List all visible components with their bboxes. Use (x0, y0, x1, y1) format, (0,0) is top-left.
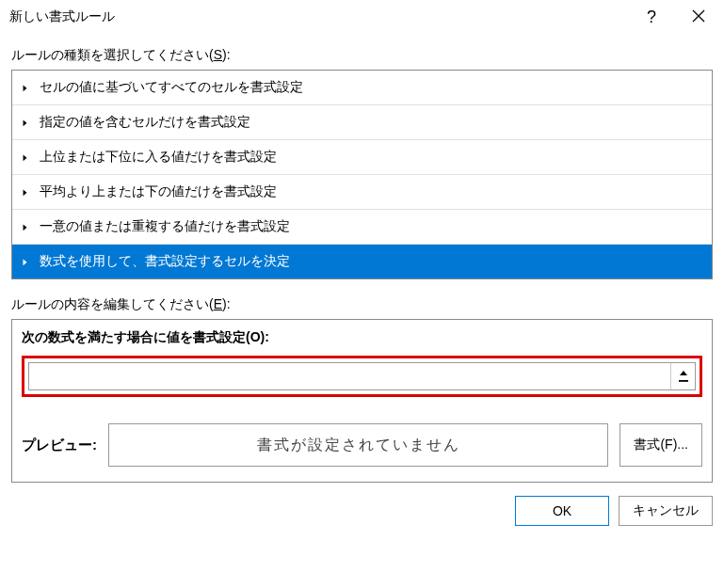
help-button[interactable]: ? (637, 4, 666, 31)
rule-type-item-label: セルの値に基づいてすべてのセルを書式設定 (40, 79, 303, 96)
rule-type-item-cell-value[interactable]: ► セルの値に基づいてすべてのセルを書式設定 (12, 71, 712, 105)
marker-icon: ► (22, 82, 28, 93)
rule-type-list: ► セルの値に基づいてすべてのセルを書式設定 ► 指定の値を含むセルだけを書式設… (11, 70, 713, 279)
rule-type-item-label: 平均より上または下の値だけを書式設定 (40, 183, 277, 200)
rule-type-item-unique-duplicate[interactable]: ► 一意の値または重複する値だけを書式設定 (12, 210, 712, 245)
formula-row-highlight (22, 356, 702, 397)
rule-type-item-label: 上位または下位に入る値だけを書式設定 (40, 149, 277, 166)
dialog-title: 新しい書式ルール (9, 8, 115, 25)
rule-type-item-average[interactable]: ► 平均より上または下の値だけを書式設定 (12, 175, 712, 210)
edit-section-label: ルールの内容を編集してください(E): (11, 296, 713, 313)
preview-box: 書式が設定されていません (108, 423, 608, 467)
formula-input[interactable] (29, 363, 670, 389)
titlebar: 新しい書式ルール ? (0, 0, 724, 34)
edit-section-label-prefix: ルールの内容を編集してください( (11, 296, 214, 311)
formula-label-prefix: 次の数式を満たす場合に値を書式設定( (22, 329, 250, 344)
dialog-footer: OK キャンセル (0, 483, 724, 539)
format-button-prefix: 書式( (634, 437, 665, 452)
edit-section-label-suffix: ): (222, 296, 231, 311)
close-icon (692, 9, 705, 23)
rule-type-label-hotkey: S (214, 47, 222, 62)
rule-type-item-formula[interactable]: ► 数式を使用して、書式設定するセルを決定 (12, 245, 712, 278)
marker-icon: ► (22, 151, 28, 163)
svg-rect-2 (679, 380, 688, 382)
rule-type-item-label: 数式を使用して、書式設定するセルを決定 (40, 253, 290, 270)
formula-label: 次の数式を満たす場合に値を書式設定(O): (22, 329, 702, 346)
titlebar-controls: ? (637, 4, 715, 31)
collapse-dialog-icon (678, 370, 689, 383)
cancel-button[interactable]: キャンセル (619, 496, 713, 526)
format-button-suffix: )... (673, 437, 688, 452)
rule-type-label-suffix: ): (222, 47, 231, 62)
marker-icon: ► (22, 117, 28, 128)
edit-box: 次の数式を満たす場合に値を書式設定(O): プレビュー: 書式が設定されていませ… (11, 319, 713, 483)
ok-button[interactable]: OK (515, 496, 609, 526)
preview-row: プレビュー: 書式が設定されていません 書式(F)... (22, 423, 702, 467)
preview-label: プレビュー: (22, 437, 97, 454)
edit-section-label-hotkey: E (214, 296, 222, 311)
dialog-content: ルールの種類を選択してください(S): ► セルの値に基づいてすべてのセルを書式… (0, 34, 724, 483)
rule-type-item-specific-value[interactable]: ► 指定の値を含むセルだけを書式設定 (12, 105, 712, 140)
format-button-hotkey: F (665, 437, 673, 452)
formula-label-hotkey: O (250, 329, 261, 344)
formula-input-wrapper (28, 362, 696, 390)
rule-type-item-label: 一意の値または重複する値だけを書式設定 (40, 218, 290, 235)
close-button[interactable] (683, 4, 715, 31)
rule-type-label: ルールの種類を選択してください(S): (11, 47, 713, 64)
rule-type-label-prefix: ルールの種類を選択してください( (11, 47, 214, 62)
marker-icon: ► (22, 186, 28, 198)
marker-icon: ► (22, 221, 28, 232)
rule-type-item-label: 指定の値を含むセルだけを書式設定 (40, 114, 250, 131)
rule-type-item-top-bottom[interactable]: ► 上位または下位に入る値だけを書式設定 (12, 140, 712, 175)
marker-icon: ► (22, 256, 28, 267)
preview-text: 書式が設定されていません (257, 436, 460, 455)
format-button[interactable]: 書式(F)... (619, 423, 702, 467)
range-selector-button[interactable] (670, 363, 695, 389)
formula-label-suffix: ): (261, 329, 269, 344)
